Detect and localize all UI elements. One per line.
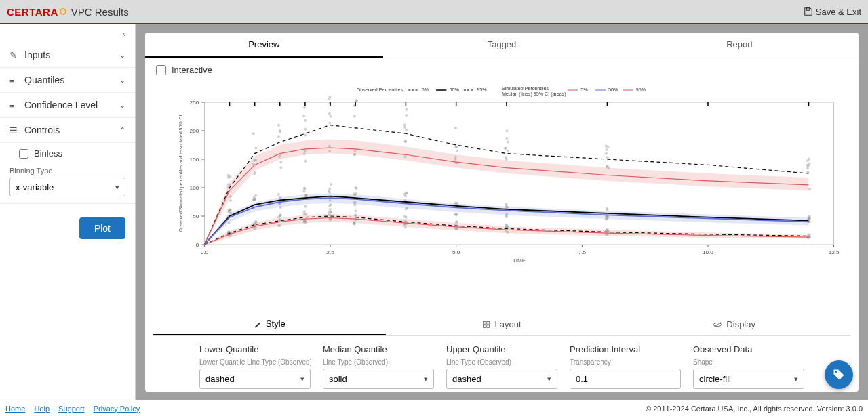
- list-icon: ≡: [9, 100, 19, 110]
- sidebar-item-label: Controls: [19, 125, 119, 136]
- svg-text:12.5: 12.5: [829, 249, 840, 255]
- svg-point-54: [328, 98, 331, 100]
- legend-observed-label: Observed Percentiles: [357, 87, 403, 92]
- svg-point-232: [328, 213, 331, 216]
- interactive-checkbox[interactable]: [156, 65, 166, 75]
- svg-text:0.0: 0.0: [201, 249, 209, 255]
- prediction-interval-input[interactable]: 0.1: [570, 369, 681, 389]
- caret-down-icon: ▾: [547, 375, 551, 383]
- page-title: VPC Results: [71, 6, 129, 18]
- svg-point-45: [303, 152, 306, 155]
- pencil-icon: ✎: [9, 50, 19, 60]
- tab-report[interactable]: Report: [620, 33, 859, 58]
- sidebar-item-label: Quantiles: [19, 75, 119, 85]
- svg-point-51: [328, 145, 331, 148]
- svg-point-66: [404, 140, 407, 143]
- footer-links: Home Help Support Privacy Policy: [5, 404, 146, 413]
- svg-text:50: 50: [193, 213, 199, 220]
- footer-link-home[interactable]: Home: [5, 404, 25, 413]
- binning-type-select[interactable]: x-variable ▾: [9, 178, 125, 196]
- tab-tagged[interactable]: Tagged: [383, 33, 621, 58]
- svg-point-95: [606, 165, 608, 168]
- svg-point-52: [328, 150, 331, 152]
- sidebar-collapse-icon[interactable]: ‹: [0, 24, 135, 43]
- svg-point-148: [355, 187, 358, 190]
- svg-point-122: [279, 206, 282, 209]
- tab-layout[interactable]: Layout: [386, 313, 618, 335]
- svg-point-223: [304, 219, 307, 222]
- ctrl-median-quantile: Median Quantile Line Type (Observed) sol…: [323, 344, 434, 389]
- footer-link-support[interactable]: Support: [58, 404, 85, 413]
- svg-point-250: [455, 220, 458, 223]
- binless-checkbox[interactable]: [19, 149, 28, 159]
- brand-logo: CERTARA: [7, 6, 67, 18]
- caret-down-icon: ▾: [424, 375, 428, 383]
- svg-point-112: [229, 211, 232, 214]
- svg-point-46: [304, 160, 307, 163]
- svg-point-55: [328, 122, 331, 125]
- svg-point-79: [455, 146, 458, 148]
- svg-text:5.0: 5.0: [452, 249, 460, 255]
- svg-point-135: [303, 187, 306, 190]
- ctrl-observed-data: Observed Data Shape circle-fill▾: [693, 344, 804, 389]
- svg-point-60: [354, 149, 357, 152]
- svg-point-36: [277, 135, 280, 138]
- plot-button[interactable]: Plot: [79, 217, 125, 239]
- tag-fab-button[interactable]: [825, 360, 853, 389]
- svg-point-180: [606, 209, 609, 211]
- footer-link-help[interactable]: Help: [34, 404, 50, 413]
- svg-point-133: [302, 190, 305, 192]
- svg-point-160: [406, 207, 408, 209]
- tab-style[interactable]: Style: [153, 313, 386, 335]
- svg-point-72: [405, 108, 408, 111]
- footer-link-privacy[interactable]: Privacy Policy: [94, 404, 140, 413]
- svg-point-231: [328, 218, 331, 221]
- svg-rect-321: [484, 325, 486, 327]
- tab-display[interactable]: Display: [618, 313, 850, 335]
- sidebar-item-confidence-level[interactable]: ≡ Confidence Level ⌄: [0, 93, 135, 118]
- svg-point-120: [253, 199, 256, 201]
- svg-point-224: [304, 213, 307, 215]
- sidebar-item-inputs[interactable]: ✎ Inputs ⌄: [0, 43, 135, 68]
- svg-point-144: [329, 199, 332, 202]
- interactive-label: Interactive: [172, 65, 212, 75]
- footer-copyright: © 2011-2024 Certara USA, Inc., All right…: [646, 404, 863, 413]
- svg-point-84: [505, 137, 508, 140]
- svg-point-141: [328, 188, 331, 190]
- svg-point-152: [354, 201, 357, 204]
- svg-point-78: [456, 150, 458, 152]
- caret-down-icon: ▾: [300, 375, 304, 383]
- svg-point-42: [304, 134, 307, 137]
- svg-point-212: [278, 218, 281, 221]
- svg-rect-1: [806, 8, 809, 11]
- svg-point-175: [505, 205, 508, 207]
- svg-point-39: [279, 166, 282, 169]
- svg-point-240: [353, 221, 355, 224]
- binless-checkbox-row[interactable]: Binless: [0, 143, 135, 164]
- svg-point-225: [329, 208, 332, 211]
- svg-point-217: [303, 210, 306, 213]
- svg-point-53: [328, 112, 331, 115]
- median-quantile-select[interactable]: solid▾: [323, 369, 434, 389]
- svg-point-67: [403, 123, 406, 126]
- svg-point-247: [405, 216, 408, 219]
- upper-quantile-select[interactable]: dashed▾: [446, 369, 557, 389]
- lower-quantile-select[interactable]: dashed▾: [199, 369, 311, 389]
- paint-icon: [254, 320, 262, 328]
- svg-point-103: [806, 164, 809, 167]
- svg-point-33: [279, 161, 282, 163]
- sidebar-item-quantiles[interactable]: ≡ Quantiles ⌄: [0, 68, 135, 93]
- observed-data-shape-select[interactable]: circle-fill▾: [693, 369, 804, 389]
- chevron-down-icon: ⌄: [119, 51, 125, 60]
- svg-point-38: [277, 124, 280, 127]
- sidebar-item-label: Confidence Level: [19, 100, 119, 110]
- svg-point-74: [454, 127, 457, 129]
- save-exit-button[interactable]: Save & Exit: [804, 7, 861, 17]
- sliders-icon: ☰: [9, 125, 19, 136]
- svg-point-216: [279, 213, 282, 216]
- tab-preview[interactable]: Preview: [145, 33, 383, 58]
- svg-point-24: [229, 175, 231, 178]
- sidebar-item-controls[interactable]: ☰ Controls ⌃: [0, 118, 135, 143]
- svg-point-263: [505, 224, 507, 226]
- svg-point-121: [279, 196, 281, 199]
